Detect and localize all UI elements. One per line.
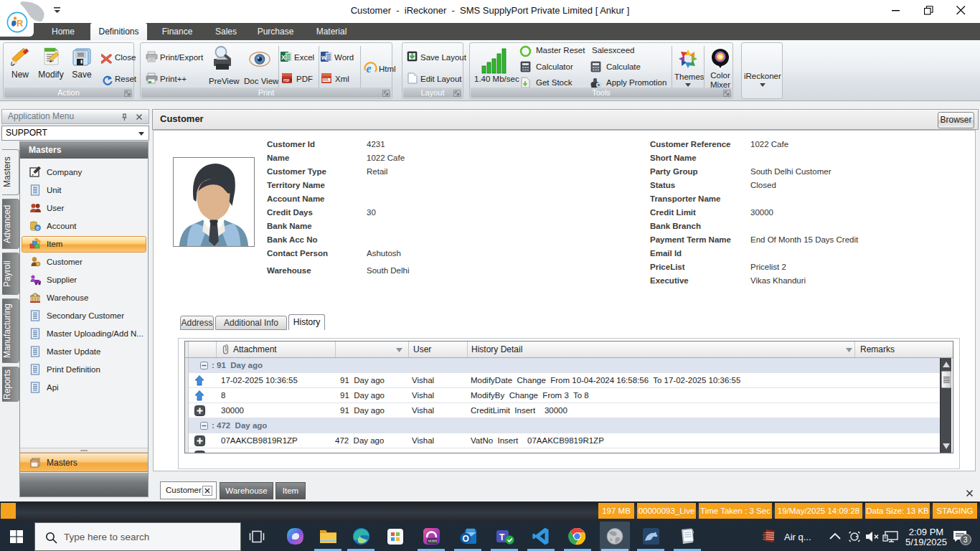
svg-text:X: X [281,54,286,61]
svg-text:3: 3 [963,535,968,544]
svg-text:O: O [463,534,469,544]
svg-text:R: R [17,18,24,29]
svg-text:w: w [321,54,327,61]
svg-text:XVL: XVL [323,78,329,82]
svg-text:e: e [37,225,39,231]
svg-text:e: e [367,62,372,75]
svg-text:PDF: PDF [283,79,290,83]
svg-text:T: T [499,532,505,542]
svg-text:M365: M365 [428,539,438,543]
